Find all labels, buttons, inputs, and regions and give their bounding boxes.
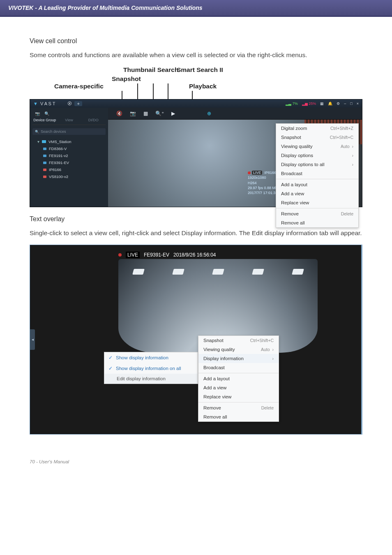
viewcell-toolbar: 🔇 📷 ▦ 🔍⁺ ▶ ⊕	[108, 108, 362, 120]
tree-station[interactable]: ▾VMS_Station	[32, 138, 106, 145]
ctx2-remove-all[interactable]: Remove all	[198, 412, 279, 421]
app-logo-icon: ▼	[33, 101, 38, 106]
submenu-show-display-info[interactable]: ✓Show display information	[104, 352, 198, 363]
close-icon[interactable]: ×	[357, 102, 359, 106]
status-cpu: ▂▃ 7%	[286, 102, 298, 106]
maximize-icon[interactable]: □	[350, 102, 352, 106]
layout-icon[interactable]: ▦	[320, 102, 324, 106]
ctx-broadcast[interactable]: Broadcast	[276, 169, 358, 178]
tree-item-4[interactable]: VS8100-v2	[32, 173, 106, 180]
page: View cell control Some controls and func…	[0, 17, 392, 443]
cell-cam-name: FE9391-EV	[144, 252, 169, 258]
context-menu: Digital zoomCtrl+Shift+Z SnapshotCtrl+Sh…	[276, 123, 359, 228]
ctx-display-options-all[interactable]: Display options to all	[276, 160, 358, 169]
ctx-add-layout[interactable]: Add a layout	[276, 180, 358, 189]
tree-item-1[interactable]: FE9191-v2	[32, 152, 106, 159]
tab-dido[interactable]: DI/DO	[81, 117, 106, 123]
toolbar-snapshot-icon[interactable]: 📷	[130, 111, 136, 116]
ctx2-remove[interactable]: RemoveDelete	[198, 403, 279, 412]
sidebar-tabs: Device Group View DI/DO	[32, 117, 106, 125]
ctx2-viewing-quality[interactable]: Viewing qualityAuto	[198, 345, 279, 354]
submenu-edit-display-info[interactable]: Edit display information	[104, 374, 198, 384]
ctx-display-options[interactable]: Display options	[276, 151, 358, 160]
search-input[interactable]: Search devices	[32, 128, 106, 135]
titlebar-rec-icon: ⦿	[67, 101, 72, 106]
label-smart-search: Smart Search II	[177, 66, 223, 74]
header-banner-text: VIVOTEK - A Leading Provider of Multimed…	[8, 5, 203, 11]
ctx-add-view[interactable]: Add a view	[276, 189, 358, 198]
status-hdd: ▂▅ 25%	[302, 102, 316, 106]
label-camera-specific: Camera-specific	[54, 83, 104, 90]
status-right: ▂▃ 7% ▂▅ 25% ▦ 🔔 ⚙ – □ ×	[286, 102, 359, 106]
gear-icon[interactable]: ⚙	[337, 102, 340, 106]
toolbar-playback-icon[interactable]: ▶	[171, 111, 175, 116]
ctx-remove-all[interactable]: Remove all	[276, 218, 358, 227]
toolbar-mute-icon[interactable]: 🔇	[116, 111, 122, 116]
ctx-remove[interactable]: RemoveDelete	[276, 209, 358, 218]
tree-item-0[interactable]: FD8366-V	[32, 145, 106, 152]
cell-timestamp: 2018/9/26 16:56:04	[173, 252, 216, 258]
page-footer: 70 - User's Manual	[0, 443, 392, 468]
tree-item-2[interactable]: FE9391-EV	[32, 159, 106, 166]
minimize-icon[interactable]: –	[344, 102, 346, 106]
rec-dot-icon	[118, 253, 122, 257]
new-tab-button[interactable]: +	[74, 101, 82, 106]
tab-device-group[interactable]: Device Group	[32, 117, 57, 123]
section-body-text-overlay: Single-click to select a view cell, righ…	[30, 228, 362, 238]
app-window: ▼ V A S T ⦿ + ▂▃ 7% ▂▅ 25% ▦ 🔔 ⚙ – □ × 📷…	[30, 99, 362, 207]
ctx2-add-view[interactable]: Add a view	[198, 383, 279, 392]
left-collapse-tab[interactable]: ◂	[30, 329, 35, 350]
live-badge: LIVE	[126, 252, 140, 258]
label-snapshot: Snapshot	[112, 75, 141, 83]
app-title: V A S T	[40, 101, 55, 106]
ctx-snapshot[interactable]: SnapshotCtrl+Shift+C	[276, 133, 358, 142]
ctx2-broadcast[interactable]: Broadcast	[198, 363, 279, 372]
context-menu-2: SnapshotCtrl+Shift+C Viewing qualityAuto…	[198, 335, 279, 422]
ctx2-snapshot[interactable]: SnapshotCtrl+Shift+C	[198, 336, 279, 345]
label-thumbnail-search: Thumbnail Search	[123, 66, 178, 74]
tab-view[interactable]: View	[57, 117, 81, 123]
label-playback: Playback	[189, 83, 217, 90]
toolbar-smart-search-icon[interactable]: 🔍⁺	[155, 111, 164, 116]
toolbar-di-icon[interactable]: ⊕	[207, 111, 211, 116]
ctx2-replace-view[interactable]: Replace view	[198, 392, 279, 401]
ctx2-add-layout[interactable]: Add a layout	[198, 374, 279, 383]
figure-text-overlay: ◂ LIVE FE9391-EV 2018/9/26 16:56:04 ✓Sho…	[30, 245, 362, 435]
tree-item-3[interactable]: IP8166	[32, 166, 106, 173]
sidebar-camera-icon[interactable]: 📷 🔍	[32, 110, 106, 117]
ctx-viewing-quality[interactable]: Viewing qualityAuto	[276, 142, 358, 151]
submenu-show-display-info-all[interactable]: ✓Show display information on all	[104, 363, 198, 374]
figure-view-cell-toolbar: Camera-specific Snapshot Thumbnail Searc…	[30, 66, 362, 207]
ctx-replace-view[interactable]: Replace view	[276, 198, 358, 207]
title-bar: ▼ V A S T ⦿ + ▂▃ 7% ▂▅ 25% ▦ 🔔 ⚙ – □ ×	[30, 99, 362, 108]
alarm-icon[interactable]: 🔔	[328, 102, 332, 106]
toolbar-thumbnail-icon[interactable]: ▦	[143, 111, 148, 116]
cell-header: LIVE FE9391-EV 2018/9/26 16:56:04	[118, 251, 318, 259]
display-info-submenu: ✓Show display information ✓Show display …	[104, 352, 198, 384]
sidebar: 📷 🔍 Device Group View DI/DO Search devic…	[30, 108, 108, 206]
section-body-view-cell: Some controls and functions are availabl…	[30, 50, 362, 60]
section-title-view-cell: View cell control	[30, 37, 362, 45]
header-band: VIVOTEK - A Leading Provider of Multimed…	[0, 0, 392, 17]
callout-labels: Camera-specific Snapshot Thumbnail Searc…	[30, 66, 362, 99]
ctx2-display-information[interactable]: Display information	[198, 354, 279, 363]
ctx-digital-zoom[interactable]: Digital zoomCtrl+Shift+Z	[276, 124, 358, 133]
